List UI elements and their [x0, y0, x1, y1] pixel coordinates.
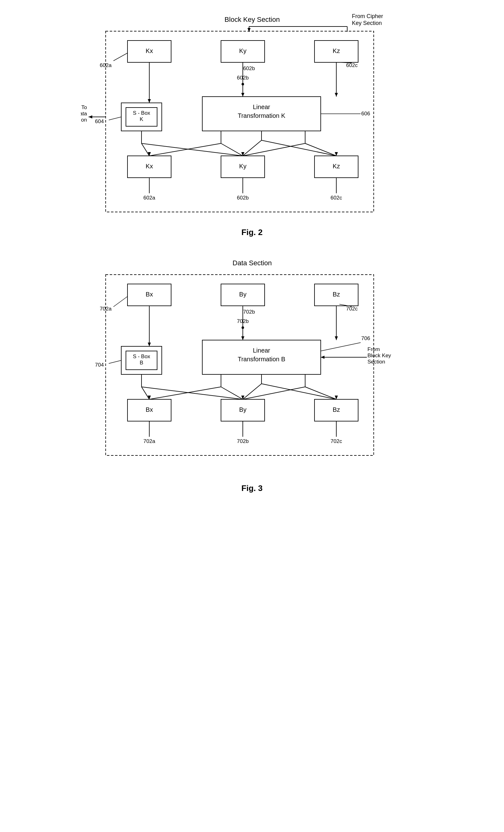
svg-marker-38: [148, 343, 151, 346]
svg-marker-7: [148, 99, 151, 103]
fig2-ref-604: 604: [95, 119, 104, 124]
fig3-ref-704: 704: [95, 362, 104, 368]
fig2-kx2-label: Kx: [145, 163, 153, 170]
fig2-linear-line2: Transformation K: [238, 112, 285, 119]
fig3-by2-label: By: [239, 406, 246, 413]
fig2-sbox-line2: K: [140, 116, 143, 122]
svg-line-57: [243, 387, 305, 399]
fig3-ref-bot-mid: 702b: [237, 438, 249, 444]
fig2-to-data-line3: Section: [81, 117, 87, 123]
fig3-diagram: Data Section Bx By Bz 702a 702b 702c: [81, 256, 424, 493]
fig2-ref-top-left: 602a: [100, 62, 112, 68]
svg-line-59: [305, 387, 336, 399]
fig3-linear-line1: Linear: [253, 347, 270, 354]
fig2-diagram: Block Key Section From Cipher Key Sectio…: [81, 12, 424, 237]
svg-line-28: [305, 144, 336, 156]
fig2-cipher-key-label: From Cipher: [352, 13, 383, 19]
fig3-caption: Fig. 3: [81, 484, 424, 493]
fig3-bx2-label: Bx: [145, 406, 153, 413]
fig3-from-block-line2: Block Key: [368, 353, 391, 359]
fig3-sbox-line1: S - Box: [133, 354, 150, 359]
svg-marker-42: [335, 336, 338, 340]
fig2-ref-bot-left: 602a: [143, 195, 155, 201]
fig3-by1-label: By: [239, 291, 246, 298]
fig2-kz2-label: Kz: [333, 163, 340, 170]
fig2-sbox-line1: S - Box: [133, 110, 150, 116]
svg-line-27: [262, 140, 336, 156]
fig3-from-block-line3: Section: [368, 359, 385, 365]
svg-marker-45: [321, 356, 324, 359]
fig2-title: Block Key Section: [224, 16, 280, 23]
fig2-to-data-line2: Data: [81, 111, 87, 116]
fig2-602b-mid-label: 602b: [237, 75, 249, 81]
fig3-linear-line2: Transformation B: [238, 356, 285, 363]
svg-line-54: [141, 387, 243, 399]
svg-point-12: [242, 83, 244, 85]
fig3-from-block-line1: From: [368, 346, 380, 352]
svg-line-4: [113, 53, 128, 61]
fig3-ref-top-mid: 702b: [243, 309, 255, 315]
fig2-ky2-label: Ky: [239, 163, 246, 170]
fig2-ref-606: 606: [361, 111, 370, 116]
fig3-ref-706: 706: [361, 335, 370, 341]
fig2-kx1-label: Kx: [145, 47, 153, 54]
fig3-title: Data Section: [233, 259, 272, 267]
fig3-svg: Data Section Bx By Bz 702a 702b 702c: [81, 256, 424, 480]
svg-line-52: [141, 387, 149, 399]
fig3-bz1-label: Bz: [333, 291, 340, 298]
fig2-cipher-key-label2: Key Section: [352, 20, 382, 26]
svg-marker-16: [88, 115, 92, 119]
svg-line-23: [141, 144, 243, 156]
svg-line-21: [141, 144, 149, 156]
svg-marker-11: [335, 93, 338, 97]
fig3-ref-top-left: 702a: [100, 306, 112, 312]
fig2-caption: Fig. 2: [81, 228, 424, 237]
fig2-ref-top-right: 602c: [346, 62, 357, 68]
fig3-ref-bot-left: 702a: [143, 438, 155, 444]
svg-line-26: [243, 144, 305, 156]
svg-line-58: [262, 384, 336, 399]
fig3-ref-top-right: 702c: [346, 306, 357, 312]
svg-marker-40: [241, 336, 244, 340]
fig2-svg: Block Key Section From Cipher Key Sectio…: [81, 12, 424, 225]
svg-line-55: [221, 387, 243, 399]
fig2-linear-line1: Linear: [253, 103, 270, 110]
fig2-kz1-label: Kz: [333, 47, 340, 54]
fig3-bx1-label: Bx: [145, 291, 153, 298]
svg-point-43: [242, 327, 244, 329]
svg-line-47: [321, 343, 361, 351]
fig3-bz2-label: Bz: [333, 406, 340, 413]
fig2-ky1-label: Ky: [239, 47, 246, 54]
fig3-sbox-line2: B: [140, 360, 143, 366]
svg-line-24: [221, 144, 243, 156]
svg-line-22: [149, 144, 221, 156]
fig2-ref-bot-right: 602c: [330, 195, 342, 201]
svg-line-35: [113, 296, 128, 307]
svg-line-53: [149, 387, 221, 399]
fig2-to-data-line1: To: [81, 104, 87, 110]
fig2-ref-top-mid: 602b: [243, 66, 255, 71]
svg-line-56: [243, 384, 262, 399]
svg-line-46: [109, 360, 121, 363]
fig3-702b-mid-label: 702b: [237, 318, 249, 324]
svg-marker-9: [241, 93, 244, 97]
fig2-ref-bot-mid: 602b: [237, 195, 249, 201]
fig3-ref-bot-right: 702c: [330, 438, 342, 444]
svg-line-25: [243, 140, 262, 156]
svg-line-13: [109, 117, 121, 120]
